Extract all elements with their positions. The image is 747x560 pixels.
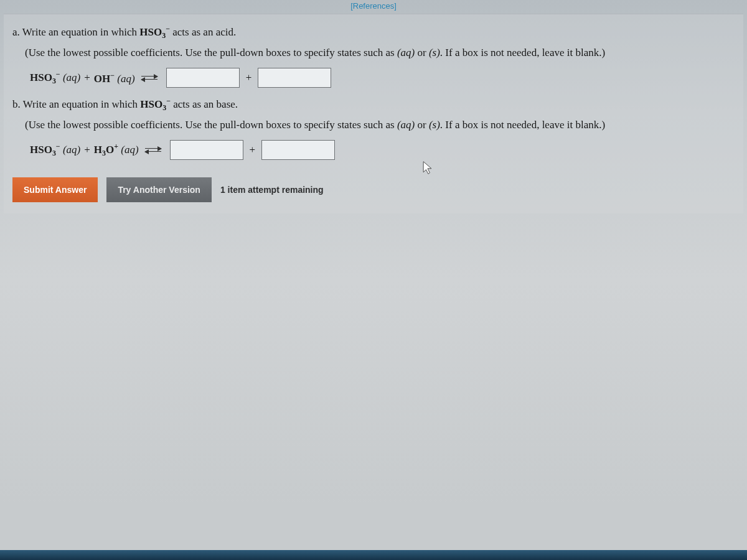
part-b-instr-pre: (Use the lowest possible coefficients. U… [25, 119, 397, 131]
attempts-remaining-label: 1 item attempt remaining [220, 185, 324, 195]
footer-bar [0, 550, 747, 560]
part-a-product-2-input[interactable] [258, 68, 331, 88]
part-a-instr-post: . If a box is not needed, leave it blank… [440, 47, 605, 58]
part-b-instr-post: . If a box is not needed, leave it blank… [440, 119, 605, 131]
reactant-1-sup: − [56, 70, 60, 78]
part-b-prompt: b. Write an equation in which HSO3− acts… [12, 96, 735, 113]
part-b-prompt-suffix: acts as an base. [171, 98, 238, 110]
part-b-reactant-1: HSO3− (aq) [30, 142, 80, 158]
reactant-2-sup: − [110, 71, 115, 80]
reactant-1-sup: − [56, 142, 60, 151]
part-b-product-1-input[interactable] [170, 140, 243, 160]
try-another-version-button[interactable]: Try Another Version [106, 177, 212, 202]
part-b-instr-ex1: (aq) [397, 119, 415, 131]
question-content: a. Write an equation in which HSO3− acts… [4, 14, 743, 213]
part-a-instructions: (Use the lowest possible coefficients. U… [25, 47, 735, 59]
part-b-instr-ex2: (s) [429, 119, 440, 131]
part-a-reactant-2: OH− (aq) [94, 71, 135, 85]
part-a-prompt: a. Write an equation in which HSO3− acts… [12, 24, 735, 40]
reactant-2-base: H [94, 144, 102, 156]
references-link-container: [References] [0, 1, 747, 11]
reactant-1-state: (aq) [63, 72, 80, 83]
part-b-equation: HSO3− (aq) + H3O+ (aq) + [30, 140, 735, 160]
part-b-instr-mid: or [415, 119, 429, 131]
part-a-instr-ex1: (aq) [397, 47, 415, 58]
references-link[interactable]: [References] [350, 1, 397, 11]
part-a-instr-pre: (Use the lowest possible coefficients. U… [25, 47, 397, 58]
equilibrium-arrow-icon [141, 73, 157, 82]
reactant-1-state: (aq) [63, 144, 80, 156]
part-b-prompt-prefix: b. Write an equation in which [12, 98, 140, 110]
plus-sign: + [84, 72, 90, 84]
part-a-prompt-prefix: a. Write an equation in which [12, 26, 139, 38]
part-b-species: HSO3− [140, 98, 171, 110]
reactant-2-state: (aq) [117, 72, 134, 84]
part-a-reactant-1: HSO3− (aq) [30, 70, 80, 86]
part-a-equation: HSO3− (aq) + OH− (aq) + [30, 68, 735, 88]
submit-answer-button[interactable]: Submit Answer [12, 177, 98, 202]
plus-sign: + [84, 144, 90, 156]
reactant-2-mid: O [106, 144, 114, 156]
part-b-instructions: (Use the lowest possible coefficients. U… [25, 119, 735, 131]
reactant-1-base: HSO [30, 144, 52, 156]
part-b-reactant-2: H3O+ (aq) [94, 142, 139, 158]
plus-sign: + [250, 144, 256, 156]
reactant-1-base: HSO [30, 72, 52, 83]
question-viewport: [References] a. Write an equation in whi… [0, 0, 747, 560]
part-a-instr-mid: or [415, 47, 429, 58]
reactant-2-base: OH [94, 72, 110, 84]
action-row: Submit Answer Try Another Version 1 item… [12, 177, 735, 202]
equilibrium-arrow-icon [145, 146, 161, 154]
plus-sign: + [246, 72, 252, 84]
part-b-product-2-input[interactable] [261, 140, 335, 160]
part-a-species: HSO3− [139, 26, 170, 38]
reactant-2-state: (aq) [121, 144, 138, 156]
part-a-prompt-suffix: acts as an acid. [170, 26, 236, 38]
reactant-2-sup: + [114, 142, 118, 151]
part-a-product-1-input[interactable] [166, 68, 240, 88]
part-a-instr-ex2: (s) [429, 47, 440, 58]
